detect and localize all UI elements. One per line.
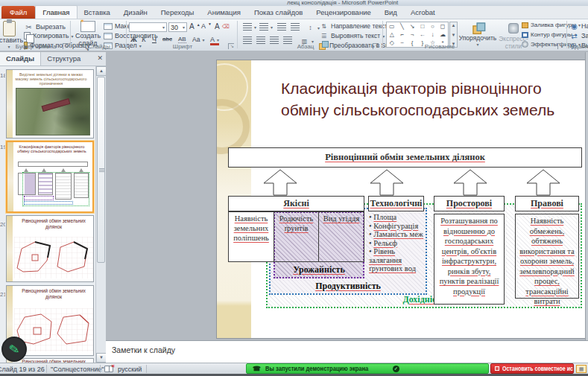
- tab-home[interactable]: Главная: [35, 5, 77, 19]
- shape-oval-icon[interactable]: ○: [431, 23, 434, 31]
- shape-curve-icon[interactable]: ~: [400, 39, 404, 47]
- font-size-combo[interactable]: 30▾: [168, 22, 187, 32]
- paragraph-dialog-launcher[interactable]: ↘: [373, 43, 379, 49]
- panel-close-icon[interactable]: ✕: [97, 54, 103, 62]
- powerpoint-window: лекц консолідація - Microsoft PowerPoint…: [0, 0, 588, 376]
- scroll-up-icon[interactable]: ▲: [96, 66, 107, 76]
- font-dialog-launcher[interactable]: ↘: [228, 43, 234, 49]
- underline-button[interactable]: Ч: [152, 36, 157, 43]
- line-spacing-button[interactable]: ↕▾: [306, 23, 320, 32]
- language-indicator[interactable]: русский: [118, 366, 142, 373]
- stop-sharing-button[interactable]: Остановить совместное использование: [490, 363, 574, 374]
- slide-thumbnail-18[interactable]: Виділені земельні ділянки в межах масиву…: [6, 69, 94, 138]
- qualitative-cell-fertility[interactable]: Родючість ґрунтів: [274, 211, 319, 262]
- strikethrough-button[interactable]: abc: [162, 36, 172, 42]
- align-text-button[interactable]: ☰Выровнять текст▾: [319, 31, 385, 40]
- font-color-button[interactable]: А▾: [210, 36, 219, 45]
- qualitative-cell-improvements[interactable]: Наявність земельних поліпшень: [228, 211, 274, 262]
- shape-outline-button[interactable]: Контур фигуры▾: [522, 31, 577, 38]
- slide-thumbnail-19-selected[interactable]: Класифікація факторів рівноцінного обмін…: [6, 141, 94, 213]
- text-direction-button[interactable]: ⇅Направление текста▾: [319, 22, 396, 31]
- numbering-button[interactable]: ▾: [259, 23, 273, 31]
- notes-pane[interactable]: Заметки к слайду: [106, 340, 588, 363]
- shape-brace-left-icon[interactable]: {: [411, 39, 414, 47]
- shapes-scroll-down-icon[interactable]: ▼: [452, 33, 456, 37]
- font-name-combo[interactable]: ▾: [129, 22, 167, 32]
- shape-elbow-icon[interactable]: ⌐: [400, 31, 404, 39]
- shape-cloud-icon[interactable]: ☁: [440, 31, 446, 39]
- arrange-icon: [472, 22, 483, 33]
- diagram-root-box[interactable]: Рівноцінний обмін земельних ділянок: [228, 147, 582, 168]
- qualitative-cell-landuse[interactable]: Вид угіддя: [318, 211, 364, 262]
- scrollbar-thumb[interactable]: [97, 77, 105, 263]
- group-label-editing: Редактирование: [568, 43, 588, 50]
- character-spacing-button[interactable]: АВ: [178, 36, 186, 43]
- drawing-dialog-launcher[interactable]: ↘: [557, 43, 563, 49]
- bullets-button[interactable]: ▾: [243, 23, 256, 31]
- slide-canvas[interactable]: Класифікація факторів рівноцінного обмін…: [216, 60, 587, 339]
- shape-line-icon[interactable]: ╲: [400, 23, 404, 31]
- increase-indent-button[interactable]: [291, 23, 300, 31]
- decrease-indent-button[interactable]: [277, 23, 286, 31]
- spell-check-icon[interactable]: [104, 366, 113, 372]
- tab-animations[interactable]: Анимация: [200, 6, 247, 19]
- change-case-button[interactable]: Аа▾: [192, 36, 205, 43]
- normal-view-button[interactable]: ▦: [576, 365, 587, 373]
- shape-effects-icon: [522, 41, 528, 48]
- panel-tab-outline[interactable]: Структура: [41, 52, 86, 66]
- copy-button[interactable]: Копировать▾: [24, 32, 73, 39]
- align-left-button[interactable]: [243, 36, 252, 44]
- shape-square-icon[interactable]: □: [420, 23, 424, 31]
- replace-button[interactable]: ⇄Заменить: [569, 31, 588, 40]
- slide-number: 20: [0, 221, 5, 228]
- indent-icon: [291, 23, 300, 31]
- grow-font-button[interactable]: А▲: [189, 22, 200, 31]
- shape-fill-icon: [522, 22, 528, 28]
- slide-title[interactable]: Класифікація факторів рівноцінного обмін…: [281, 78, 576, 121]
- technological-list[interactable]: Площа Конфігурація Ламаність меж Рельєф …: [369, 213, 429, 273]
- align-center-button[interactable]: [256, 36, 265, 44]
- tab-design[interactable]: Дизайн: [117, 6, 154, 19]
- find-button[interactable]: ◉Найти: [569, 22, 588, 31]
- thumbnail-scrollbar[interactable]: ▲ ▼: [95, 66, 106, 363]
- legal-box[interactable]: Наявність обмежень, обтяжень використанн…: [515, 214, 579, 299]
- shape-diamond-icon[interactable]: ◇: [390, 39, 394, 47]
- shape-left-arrow-icon[interactable]: ←: [420, 31, 426, 39]
- tab-insert[interactable]: Вставка: [78, 6, 117, 19]
- shield-icon: ✓: [393, 366, 399, 372]
- annotation-pencil-button[interactable]: ✎: [1, 337, 27, 362]
- italic-button[interactable]: К: [142, 36, 146, 43]
- scroll-down-icon[interactable]: ▼: [96, 353, 107, 363]
- spatial-box[interactable]: Розташування по відношенню до господарсь…: [434, 214, 505, 305]
- shape-elbow2-icon[interactable]: ¬: [411, 31, 414, 39]
- tab-file[interactable]: Файл: [1, 6, 35, 19]
- shape-rounded-rect-icon[interactable]: ◻: [440, 23, 446, 31]
- spatial-header[interactable]: Просторові: [434, 196, 505, 211]
- align-right-button[interactable]: [270, 36, 279, 44]
- bold-button[interactable]: Ж: [130, 36, 137, 43]
- qualitative-header[interactable]: Якісні: [228, 196, 364, 211]
- tab-review[interactable]: Рецензирование: [309, 6, 377, 19]
- tab-transitions[interactable]: Переходы: [154, 6, 201, 19]
- shape-arrow-icon[interactable]: ↘: [410, 23, 415, 31]
- cut-button[interactable]: ✂Вырезать: [24, 22, 66, 31]
- tab-slideshow[interactable]: Показ слайдов: [247, 6, 309, 19]
- technological-header[interactable]: Технологічні: [368, 196, 424, 211]
- shape-down-arrow-icon[interactable]: ↓: [431, 31, 434, 39]
- tab-acrobat[interactable]: Acrobat: [404, 6, 442, 19]
- slide-editor-area: Класифікація факторів рівноцінного обмін…: [106, 52, 588, 340]
- slide-thumbnail-20[interactable]: Рівноцінний обмін земельних ділянок: [6, 215, 94, 282]
- align-center-icon: [256, 36, 265, 44]
- shrink-font-button[interactable]: А▼: [201, 22, 212, 30]
- arrange-button[interactable]: Упорядочить▾: [460, 22, 496, 47]
- shape-triangle-icon[interactable]: △: [390, 31, 394, 39]
- shape-rectangle-icon[interactable]: ▭: [389, 23, 395, 31]
- legal-header[interactable]: Правові: [515, 196, 579, 211]
- tab-view[interactable]: Вид: [378, 6, 404, 19]
- shapes-scroll-up-icon[interactable]: ▲: [452, 23, 456, 28]
- align-left-icon: [243, 36, 252, 44]
- clear-formatting-button[interactable]: А⌫: [215, 22, 230, 31]
- theme-name[interactable]: "Солнцестояние": [51, 366, 104, 373]
- clipboard-dialog-launcher[interactable]: ↘: [63, 43, 69, 49]
- panel-tab-slides[interactable]: Слайды: [0, 52, 41, 66]
